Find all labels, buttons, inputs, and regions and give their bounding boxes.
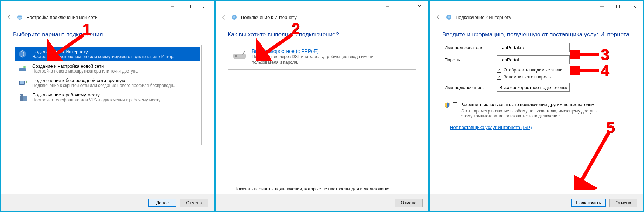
network-icon (16, 14, 23, 20)
titlebar (1, 1, 214, 12)
cancel-button[interactable]: Отмена (609, 199, 637, 207)
connect-button[interactable]: Подключить (571, 199, 606, 207)
svg-point-32 (448, 16, 450, 18)
shield-icon (444, 102, 450, 108)
svg-rect-12 (20, 81, 24, 84)
minimize-button[interactable] (594, 1, 610, 11)
option-title: Подключение к Интернету (32, 49, 197, 54)
wizard-step-1: Настройка подключения или сети Выберите … (0, 0, 215, 212)
option-internet-connection[interactable]: Подключение к Интернету Настройка широко… (15, 47, 200, 61)
no-isp-link[interactable]: Нет поставщика услуг Интернета (ISP) (430, 121, 643, 131)
cancel-button[interactable]: Отмена (395, 199, 423, 207)
password-label: Пароль: (444, 57, 497, 62)
option-desc: Настройка нового маршрутизатора или точк… (32, 69, 197, 74)
option-pppoe[interactable]: Высокоскоростное (с PPPoE) Подключение ч… (231, 48, 413, 66)
back-arrow-icon[interactable] (435, 14, 442, 21)
svg-rect-16 (22, 95, 22, 96)
options-box: Высокоскоростное (с PPPoE) Подключение ч… (228, 45, 416, 70)
svg-rect-19 (402, 5, 405, 8)
credentials-form: Имя пользователя: Пароль: Отображать вво… (430, 43, 643, 95)
globe-net-icon (446, 14, 452, 20)
svg-rect-15 (20, 95, 21, 96)
svg-rect-1 (187, 5, 191, 8)
button-bar: Подключить Отмена (430, 194, 643, 211)
password-input[interactable] (497, 55, 570, 64)
maximize-button[interactable] (395, 1, 411, 11)
option-title: Высокоскоростное (с PPPoE) (252, 48, 385, 54)
annotation-arrow-5 (574, 130, 612, 190)
svg-rect-25 (235, 55, 237, 57)
maximize-button[interactable] (181, 1, 197, 11)
show-chars-checkbox[interactable] (497, 68, 501, 73)
wizard-step-2: Подключение к Интернету Как вы хотите вы… (215, 0, 429, 212)
option-new-network[interactable]: Создание и настройка новой сети Настройк… (15, 61, 200, 76)
username-input[interactable] (497, 43, 570, 52)
maximize-button[interactable] (610, 1, 626, 11)
header-title: Подключение к Интернету (241, 15, 297, 20)
prompt-heading: Как вы хотите выполнить подключение? (216, 22, 428, 43)
option-workplace[interactable]: Подключение к рабочему месту Настройка т… (15, 90, 200, 104)
svg-rect-14 (23, 96, 27, 101)
option-desc: Настройка широкополосного или коммутируе… (32, 54, 197, 59)
close-button[interactable] (411, 1, 428, 11)
connection-name-input[interactable] (497, 83, 570, 92)
pc-wifi-icon (18, 78, 29, 88)
wizard-step-3: Подключение к Интернету Введите информац… (429, 0, 644, 212)
cancel-button[interactable]: Отмена (180, 199, 208, 207)
permit-desc: Этот параметр позволяет любому пользоват… (430, 108, 612, 121)
back-arrow-icon[interactable] (221, 14, 228, 21)
permit-others-label: Разрешить использовать это подключение д… (460, 102, 594, 107)
next-button[interactable]: Далее (148, 199, 176, 207)
options-box: Подключение к Интернету Настройка широко… (13, 45, 202, 145)
svg-rect-8 (19, 68, 26, 71)
back-arrow-icon[interactable] (6, 14, 13, 21)
option-desc: Подключение через DSL или кабель, требую… (252, 54, 385, 65)
router-icon (18, 63, 29, 73)
minimize-button[interactable] (165, 1, 181, 11)
option-desc: Настройка телефонного или VPN-подключени… (32, 97, 197, 102)
header-title: Подключение к Интернету (456, 15, 511, 20)
button-bar: Далее Отмена (1, 194, 214, 211)
titlebar (216, 1, 428, 12)
header: Настройка подключения или сети (1, 12, 214, 22)
globe-icon (18, 49, 29, 59)
svg-point-9 (23, 66, 26, 68)
minimize-button[interactable] (379, 1, 395, 11)
remember-password-label: Запомнить этот пароль (504, 75, 551, 80)
prompt-heading: Введите информацию, полученную от постав… (430, 22, 643, 43)
permit-row: Разрешить использовать это подключение д… (430, 102, 643, 108)
option-title: Создание и настройка новой сети (32, 63, 197, 69)
show-chars-label: Отображать вводимые знаки (504, 68, 562, 73)
svg-point-23 (233, 16, 235, 18)
header-title: Настройка подключения или сети (26, 15, 97, 20)
permit-others-checkbox[interactable] (453, 102, 457, 107)
close-button[interactable] (626, 1, 642, 11)
modem-icon (232, 48, 248, 61)
option-title: Подключение к рабочему месту (32, 92, 197, 97)
option-title: Подключение к беспроводной сети вручную (32, 78, 197, 83)
svg-rect-13 (20, 94, 23, 101)
globe-net-icon (231, 14, 237, 20)
office-icon (18, 92, 29, 102)
prompt-heading: Выберите вариант подключения (1, 22, 214, 43)
button-bar: Отмена (216, 194, 428, 211)
option-desc: Подключение к скрытой сети или создание … (32, 83, 197, 88)
close-button[interactable] (197, 1, 213, 11)
svg-rect-28 (617, 5, 620, 8)
svg-line-35 (579, 132, 609, 185)
option-wireless-manual[interactable]: Подключение к беспроводной сети вручную … (15, 76, 200, 90)
connection-name-label: Имя подключения: (444, 85, 497, 90)
show-unavailable-label: Показать варианты подключений, которые н… (234, 186, 391, 191)
show-unavailable-checkbox[interactable] (228, 187, 232, 191)
header: Подключение к Интернету (216, 12, 428, 22)
remember-password-checkbox[interactable] (497, 75, 501, 80)
titlebar (430, 1, 643, 12)
header: Подключение к Интернету (430, 12, 643, 22)
username-label: Имя пользователя: (444, 45, 497, 50)
